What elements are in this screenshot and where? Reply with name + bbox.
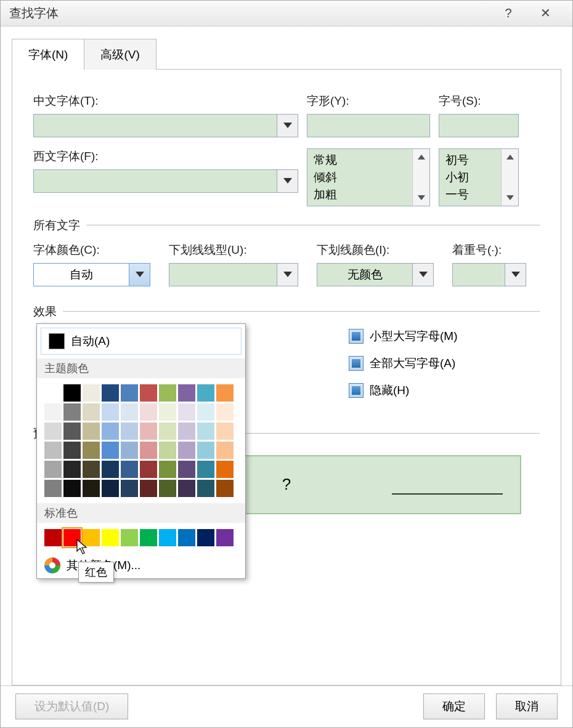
color-swatch[interactable] [83, 384, 100, 402]
tab-advanced[interactable]: 高级(V) [84, 39, 156, 70]
color-swatch[interactable] [102, 384, 119, 402]
color-swatch[interactable] [63, 423, 81, 440]
size-option[interactable]: 一号 [445, 186, 495, 203]
color-swatch[interactable] [216, 442, 234, 459]
style-listbox[interactable]: 常规 倾斜 加粗 [307, 148, 430, 206]
size-option[interactable]: 初号 [445, 152, 495, 169]
tab-font[interactable]: 字体(N) [12, 39, 84, 70]
color-swatch[interactable] [44, 529, 62, 546]
color-swatch[interactable] [121, 384, 138, 402]
scroll-down-button[interactable] [413, 190, 429, 206]
scrollbar[interactable] [501, 149, 518, 206]
color-swatch[interactable] [197, 384, 214, 402]
style-input[interactable] [307, 114, 430, 137]
color-swatch[interactable] [121, 480, 138, 497]
color-swatch[interactable] [197, 480, 214, 497]
color-swatch[interactable] [140, 461, 157, 478]
color-swatch[interactable] [197, 529, 214, 546]
ok-button[interactable]: 确定 [423, 694, 485, 719]
color-swatch[interactable] [178, 461, 195, 478]
color-swatch[interactable] [197, 442, 214, 459]
style-option[interactable]: 常规 [314, 152, 406, 169]
color-swatch[interactable] [159, 442, 176, 459]
color-swatch[interactable] [140, 529, 157, 546]
chinese-font-value[interactable] [34, 115, 277, 137]
color-swatch[interactable] [216, 403, 234, 421]
chinese-font-combo[interactable] [33, 114, 298, 137]
color-swatch[interactable] [102, 442, 119, 459]
color-swatch[interactable] [121, 423, 138, 440]
color-swatch[interactable] [83, 480, 100, 497]
color-swatch[interactable] [102, 403, 119, 421]
size-listbox[interactable]: 初号 小初 一号 [439, 148, 519, 206]
color-swatch[interactable] [159, 461, 176, 478]
color-swatch[interactable] [44, 423, 62, 440]
color-swatch[interactable] [140, 442, 157, 459]
color-swatch[interactable] [83, 461, 100, 478]
color-swatch[interactable] [159, 384, 176, 402]
color-swatch[interactable] [63, 461, 81, 478]
color-swatch[interactable] [44, 403, 62, 421]
allcaps-checkbox[interactable]: 全部大写字母(A) [349, 355, 521, 371]
color-swatch[interactable] [140, 423, 157, 440]
color-swatch[interactable] [197, 423, 214, 440]
font-color-combo[interactable]: 自动 [33, 263, 150, 286]
color-swatch[interactable] [83, 442, 100, 459]
western-font-combo[interactable] [33, 169, 298, 193]
color-swatch[interactable] [197, 461, 214, 478]
scroll-up-button[interactable] [502, 149, 518, 165]
color-swatch[interactable] [178, 442, 195, 459]
color-swatch[interactable] [102, 461, 119, 478]
color-swatch[interactable] [178, 403, 195, 421]
style-option[interactable]: 倾斜 [314, 169, 406, 186]
color-swatch[interactable] [121, 529, 138, 546]
help-button[interactable]: ? [490, 3, 527, 23]
more-colors-option[interactable]: 其他颜色(M)... [37, 552, 245, 578]
color-swatch[interactable] [197, 403, 214, 421]
font-color-dropdown-button[interactable] [129, 264, 150, 286]
cancel-button[interactable]: 取消 [496, 694, 558, 719]
color-swatch[interactable] [83, 403, 100, 421]
color-swatch[interactable] [216, 461, 234, 478]
color-swatch[interactable] [159, 403, 176, 421]
color-swatch[interactable] [44, 384, 62, 402]
set-default-button[interactable]: 设为默认值(D) [15, 694, 128, 719]
scrollbar[interactable] [412, 149, 429, 206]
hidden-checkbox[interactable]: 隐藏(H) [349, 382, 521, 398]
size-option[interactable]: 小初 [445, 169, 495, 186]
color-swatch[interactable] [178, 423, 195, 440]
color-swatch[interactable] [44, 461, 62, 478]
color-swatch[interactable] [178, 480, 195, 497]
emphasis-combo[interactable] [452, 263, 526, 286]
underline-color-dropdown-button[interactable] [412, 264, 433, 286]
color-swatch[interactable] [140, 480, 157, 497]
smallcaps-checkbox[interactable]: 小型大写字母(M) [349, 328, 521, 344]
western-font-value[interactable] [34, 170, 277, 192]
color-swatch[interactable] [159, 480, 176, 497]
color-swatch[interactable] [159, 529, 176, 546]
color-swatch[interactable] [140, 384, 157, 402]
color-swatch[interactable] [159, 423, 176, 440]
western-font-dropdown-button[interactable] [277, 170, 298, 192]
color-swatch[interactable] [44, 442, 62, 459]
scroll-up-button[interactable] [413, 149, 429, 165]
color-swatch[interactable] [216, 423, 234, 440]
color-swatch[interactable] [178, 529, 195, 546]
color-swatch[interactable] [121, 461, 138, 478]
color-swatch[interactable] [83, 529, 100, 546]
underline-style-combo[interactable] [169, 263, 298, 286]
color-swatch[interactable] [102, 423, 119, 440]
color-swatch[interactable] [216, 529, 234, 546]
color-swatch[interactable] [44, 480, 62, 497]
color-swatch[interactable] [121, 403, 138, 421]
color-auto-option[interactable]: 自动(A) [41, 328, 242, 355]
color-swatch[interactable] [216, 480, 234, 497]
emphasis-dropdown-button[interactable] [505, 264, 526, 286]
chinese-font-dropdown-button[interactable] [277, 115, 298, 137]
underline-color-combo[interactable]: 无颜色 [317, 263, 434, 286]
scroll-down-button[interactable] [502, 190, 518, 206]
size-input[interactable] [439, 114, 519, 137]
color-swatch[interactable] [63, 442, 81, 459]
color-swatch[interactable] [178, 384, 195, 402]
color-swatch[interactable] [102, 529, 119, 546]
